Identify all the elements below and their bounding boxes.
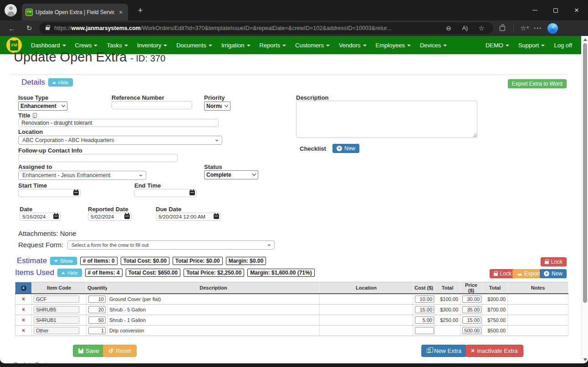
address-bar[interactable]: https://www.janmarsystems.com/WorkOrders…	[39, 22, 493, 34]
items-used-new-button[interactable]: New	[540, 269, 567, 278]
estimate-show-button[interactable]: Show	[50, 257, 77, 265]
cost-input[interactable]	[415, 296, 434, 303]
collections-icon[interactable]	[516, 24, 530, 32]
read-aloud-icon[interactable]	[457, 25, 473, 31]
calendar-icon[interactable]	[73, 190, 79, 195]
details-section-label: Details	[21, 78, 45, 87]
refresh-icon[interactable]	[22, 24, 36, 32]
nav-item-support[interactable]: Support	[514, 36, 550, 54]
checklist-new-button[interactable]: New	[332, 144, 359, 153]
lock-icon[interactable]	[46, 27, 50, 30]
toolbar-divider	[513, 25, 514, 32]
x-icon	[471, 347, 475, 354]
delete-row-icon[interactable]	[17, 306, 30, 313]
tab-close-icon[interactable]	[117, 9, 124, 16]
item-code-input[interactable]	[34, 306, 79, 313]
nav-item-vendors[interactable]: Vendors	[334, 36, 371, 54]
item-description-cell: Shrub - 1 Gallon	[107, 315, 320, 325]
items-used-lock-button[interactable]: Lock	[490, 269, 516, 278]
nav-item-reports[interactable]: Reports	[255, 36, 291, 54]
request-form-dropdown[interactable]: Select a form for the crew to fill out	[67, 240, 275, 250]
browser-tab[interactable]: FM Update Open Extra | Field Service	[22, 4, 128, 20]
calendar-icon[interactable]	[53, 214, 59, 219]
zoom-out-icon[interactable]	[440, 25, 457, 32]
estimate-lock-button[interactable]: Lock	[541, 257, 567, 266]
title-input[interactable]	[18, 119, 219, 127]
window-minimize-button[interactable]	[524, 0, 545, 20]
issue-type-select[interactable]: Enhancement	[18, 102, 67, 111]
nav-item-documents[interactable]: Documents	[172, 36, 217, 54]
copilot-icon[interactable]	[547, 23, 558, 34]
price-input[interactable]	[462, 316, 481, 324]
nav-item-label: Employees	[376, 42, 405, 49]
details-hide-button[interactable]: Hide	[48, 78, 73, 87]
assigned-to-dropdown[interactable]: Enhancement - Jesus Enhancement	[18, 171, 146, 180]
nav-item-demo[interactable]: DEMO	[481, 36, 514, 54]
items-used-section-header: Items Used Hide # of Items: 4 Total Cost…	[15, 268, 315, 277]
calendar-icon[interactable]	[214, 214, 219, 219]
nav-item-irrigation[interactable]: Irrigation	[217, 36, 255, 54]
quantity-input[interactable]	[88, 327, 106, 334]
browser-menu-icon[interactable]	[530, 24, 546, 32]
cost-total-cell: $300.00	[435, 304, 460, 315]
delete-row-icon[interactable]	[17, 317, 30, 323]
plus-circle-icon	[544, 271, 549, 276]
cost-input[interactable]	[415, 306, 434, 313]
nav-item-employees[interactable]: Employees	[371, 36, 415, 54]
nav-item-log-off[interactable]: Log off	[549, 36, 577, 54]
description-textarea[interactable]	[296, 101, 477, 138]
calendar-icon[interactable]	[189, 190, 195, 195]
price-input[interactable]	[462, 296, 481, 303]
reset-button[interactable]: Reset	[103, 345, 137, 357]
start-time-input[interactable]	[18, 189, 81, 197]
scroll-up-arrow-icon[interactable]	[583, 38, 587, 41]
window-close-button[interactable]	[566, 0, 587, 20]
save-button[interactable]: Save	[73, 345, 105, 357]
delete-row-icon[interactable]	[17, 327, 30, 334]
inactivate-extra-button[interactable]: Inactivate Extra	[465, 345, 523, 357]
new-tab-button[interactable]	[135, 5, 146, 16]
price-input[interactable]	[462, 306, 481, 313]
export-extra-to-word-button[interactable]: Export Extra to Word	[508, 79, 567, 88]
items-table-row: Shrub - 5 Gallon $300.00 $700.00	[15, 304, 568, 315]
cost-input[interactable]	[415, 327, 434, 334]
status-select[interactable]: Complete	[204, 170, 258, 179]
favorite-star-icon[interactable]	[473, 24, 490, 32]
extensions-icon[interactable]	[500, 26, 505, 31]
window-maximize-button[interactable]	[545, 0, 566, 20]
quantity-input[interactable]	[88, 316, 106, 324]
followup-contact-input[interactable]	[18, 154, 178, 162]
delete-row-icon[interactable]	[17, 296, 30, 302]
page-scrollbar[interactable]	[581, 36, 588, 363]
cost-input[interactable]	[415, 316, 434, 324]
item-code-input[interactable]	[34, 316, 79, 324]
item-notes-cell	[508, 315, 568, 325]
location-dropdown[interactable]: ABC Corporation - ABC Headquarters	[18, 136, 222, 145]
price-input[interactable]	[462, 327, 481, 334]
due-date-input[interactable]	[156, 213, 221, 221]
scroll-down-arrow-icon[interactable]	[583, 358, 587, 361]
nav-item-devices[interactable]: Devices	[415, 36, 451, 54]
browser-profile-avatar[interactable]	[5, 4, 17, 16]
items-used-hide-button[interactable]: Hide	[57, 269, 82, 277]
document-icon[interactable]	[33, 113, 37, 118]
scrollbar-thumb[interactable]	[583, 43, 587, 303]
quantity-input[interactable]	[88, 306, 106, 313]
back-icon[interactable]	[5, 25, 19, 32]
new-extra-button[interactable]: New Extra	[421, 345, 467, 357]
back-to-review-link[interactable]: Back to Review	[14, 361, 55, 363]
nav-item-label: Dashboard	[31, 42, 60, 49]
item-code-input[interactable]	[34, 327, 79, 334]
items-used-items-badge: # of Items: 4	[85, 269, 123, 277]
estimate-section-label: Estimate	[17, 256, 47, 265]
reference-number-input[interactable]	[112, 101, 192, 109]
col-header-price-6: Price ($)	[460, 282, 482, 294]
end-time-field	[134, 189, 197, 197]
calendar-icon[interactable]	[124, 214, 130, 219]
quantity-input[interactable]	[88, 296, 106, 303]
add-row-header-cell[interactable]	[15, 282, 32, 294]
item-code-input[interactable]	[34, 296, 79, 303]
end-time-input[interactable]	[134, 189, 197, 197]
nav-item-customers[interactable]: Customers	[291, 36, 334, 54]
priority-select[interactable]: Normal	[204, 102, 230, 111]
